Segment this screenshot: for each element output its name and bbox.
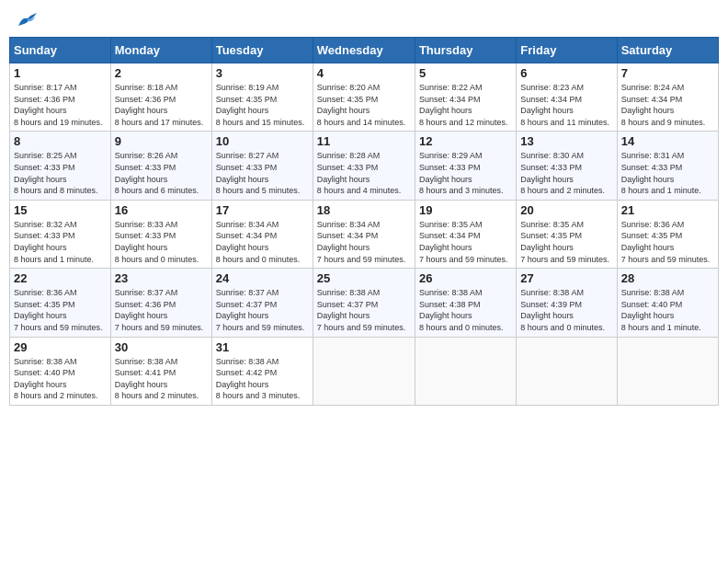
weekday-header-row: SundayMondayTuesdayWednesdayThursdayFrid… bbox=[10, 38, 719, 63]
day-number: 27 bbox=[520, 271, 612, 285]
day-info: Sunrise: 8:37 AM Sunset: 4:37 PM Dayligh… bbox=[216, 287, 309, 333]
calendar-day-cell: 26 Sunrise: 8:38 AM Sunset: 4:38 PM Dayl… bbox=[415, 269, 516, 337]
day-number: 23 bbox=[115, 271, 208, 285]
day-info: Sunrise: 8:31 AM Sunset: 4:33 PM Dayligh… bbox=[621, 150, 714, 196]
day-info: Sunrise: 8:18 AM Sunset: 4:36 PM Dayligh… bbox=[115, 82, 208, 128]
day-info: Sunrise: 8:28 AM Sunset: 4:33 PM Dayligh… bbox=[317, 150, 411, 196]
day-info: Sunrise: 8:35 AM Sunset: 4:34 PM Dayligh… bbox=[419, 219, 512, 265]
day-number: 18 bbox=[317, 203, 411, 217]
calendar-day-cell: 19 Sunrise: 8:35 AM Sunset: 4:34 PM Dayl… bbox=[415, 200, 516, 268]
day-info: Sunrise: 8:37 AM Sunset: 4:36 PM Dayligh… bbox=[115, 287, 208, 333]
day-number: 31 bbox=[216, 340, 309, 354]
calendar-day-cell: 11 Sunrise: 8:28 AM Sunset: 4:33 PM Dayl… bbox=[313, 132, 415, 200]
day-number: 29 bbox=[14, 340, 107, 354]
calendar-day-cell bbox=[617, 337, 718, 405]
calendar-day-cell: 22 Sunrise: 8:36 AM Sunset: 4:35 PM Dayl… bbox=[10, 269, 111, 337]
day-number: 7 bbox=[621, 66, 714, 80]
day-info: Sunrise: 8:26 AM Sunset: 4:33 PM Dayligh… bbox=[115, 150, 208, 196]
calendar-day-cell: 1 Sunrise: 8:17 AM Sunset: 4:36 PM Dayli… bbox=[10, 63, 111, 132]
day-number: 1 bbox=[14, 66, 107, 80]
calendar-day-cell: 4 Sunrise: 8:20 AM Sunset: 4:35 PM Dayli… bbox=[313, 63, 415, 132]
calendar-day-cell: 10 Sunrise: 8:27 AM Sunset: 4:33 PM Dayl… bbox=[211, 132, 313, 200]
day-info: Sunrise: 8:23 AM Sunset: 4:34 PM Dayligh… bbox=[520, 82, 612, 128]
calendar-day-cell bbox=[517, 337, 617, 405]
day-number: 13 bbox=[520, 134, 612, 148]
calendar-table: SundayMondayTuesdayWednesdayThursdayFrid… bbox=[9, 37, 719, 406]
day-info: Sunrise: 8:30 AM Sunset: 4:33 PM Dayligh… bbox=[520, 150, 612, 196]
day-number: 22 bbox=[14, 271, 107, 285]
calendar-day-cell: 6 Sunrise: 8:23 AM Sunset: 4:34 PM Dayli… bbox=[517, 63, 617, 132]
calendar-day-cell: 30 Sunrise: 8:38 AM Sunset: 4:41 PM Dayl… bbox=[110, 337, 211, 405]
day-number: 15 bbox=[14, 203, 107, 217]
calendar-day-cell: 25 Sunrise: 8:38 AM Sunset: 4:37 PM Dayl… bbox=[313, 269, 415, 337]
day-info: Sunrise: 8:25 AM Sunset: 4:33 PM Dayligh… bbox=[14, 150, 107, 196]
day-number: 8 bbox=[14, 134, 107, 148]
day-info: Sunrise: 8:33 AM Sunset: 4:33 PM Dayligh… bbox=[115, 219, 208, 265]
calendar-day-cell: 12 Sunrise: 8:29 AM Sunset: 4:33 PM Dayl… bbox=[415, 132, 516, 200]
day-info: Sunrise: 8:29 AM Sunset: 4:33 PM Dayligh… bbox=[419, 150, 512, 196]
day-info: Sunrise: 8:22 AM Sunset: 4:34 PM Dayligh… bbox=[419, 82, 512, 128]
weekday-header: Monday bbox=[110, 38, 211, 63]
logo bbox=[13, 9, 40, 29]
day-info: Sunrise: 8:34 AM Sunset: 4:34 PM Dayligh… bbox=[216, 219, 309, 265]
calendar-day-cell: 13 Sunrise: 8:30 AM Sunset: 4:33 PM Dayl… bbox=[517, 132, 617, 200]
day-number: 2 bbox=[115, 66, 208, 80]
day-number: 4 bbox=[317, 66, 411, 80]
day-number: 6 bbox=[520, 66, 612, 80]
day-number: 19 bbox=[419, 203, 512, 217]
calendar-week-row: 15 Sunrise: 8:32 AM Sunset: 4:33 PM Dayl… bbox=[10, 200, 719, 268]
calendar-week-row: 22 Sunrise: 8:36 AM Sunset: 4:35 PM Dayl… bbox=[10, 269, 719, 337]
calendar-day-cell: 27 Sunrise: 8:38 AM Sunset: 4:39 PM Dayl… bbox=[517, 269, 617, 337]
calendar-day-cell: 8 Sunrise: 8:25 AM Sunset: 4:33 PM Dayli… bbox=[10, 132, 111, 200]
calendar-week-row: 29 Sunrise: 8:38 AM Sunset: 4:40 PM Dayl… bbox=[10, 337, 719, 405]
day-info: Sunrise: 8:38 AM Sunset: 4:42 PM Dayligh… bbox=[216, 356, 309, 402]
day-number: 21 bbox=[621, 203, 714, 217]
day-info: Sunrise: 8:24 AM Sunset: 4:34 PM Dayligh… bbox=[621, 82, 714, 128]
calendar-day-cell: 28 Sunrise: 8:38 AM Sunset: 4:40 PM Dayl… bbox=[617, 269, 718, 337]
day-number: 5 bbox=[419, 66, 512, 80]
day-info: Sunrise: 8:38 AM Sunset: 4:38 PM Dayligh… bbox=[419, 287, 512, 333]
logo-bird-icon bbox=[15, 9, 40, 29]
calendar-day-cell: 3 Sunrise: 8:19 AM Sunset: 4:35 PM Dayli… bbox=[211, 63, 313, 132]
calendar-day-cell: 16 Sunrise: 8:33 AM Sunset: 4:33 PM Dayl… bbox=[110, 200, 211, 268]
calendar-day-cell: 14 Sunrise: 8:31 AM Sunset: 4:33 PM Dayl… bbox=[617, 132, 718, 200]
day-info: Sunrise: 8:19 AM Sunset: 4:35 PM Dayligh… bbox=[216, 82, 309, 128]
day-info: Sunrise: 8:32 AM Sunset: 4:33 PM Dayligh… bbox=[14, 219, 107, 265]
weekday-header: Saturday bbox=[617, 38, 718, 63]
day-info: Sunrise: 8:27 AM Sunset: 4:33 PM Dayligh… bbox=[216, 150, 309, 196]
day-info: Sunrise: 8:38 AM Sunset: 4:40 PM Dayligh… bbox=[621, 287, 714, 333]
calendar-day-cell bbox=[313, 337, 415, 405]
day-number: 16 bbox=[115, 203, 208, 217]
calendar-day-cell bbox=[415, 337, 516, 405]
calendar-day-cell: 17 Sunrise: 8:34 AM Sunset: 4:34 PM Dayl… bbox=[211, 200, 313, 268]
weekday-header: Tuesday bbox=[211, 38, 313, 63]
weekday-header: Friday bbox=[517, 38, 617, 63]
page-header bbox=[9, 9, 719, 29]
calendar-day-cell: 5 Sunrise: 8:22 AM Sunset: 4:34 PM Dayli… bbox=[415, 63, 516, 132]
day-number: 17 bbox=[216, 203, 309, 217]
calendar-day-cell: 20 Sunrise: 8:35 AM Sunset: 4:35 PM Dayl… bbox=[517, 200, 617, 268]
calendar-day-cell: 31 Sunrise: 8:38 AM Sunset: 4:42 PM Dayl… bbox=[211, 337, 313, 405]
day-number: 9 bbox=[115, 134, 208, 148]
calendar-day-cell: 7 Sunrise: 8:24 AM Sunset: 4:34 PM Dayli… bbox=[617, 63, 718, 132]
calendar-day-cell: 23 Sunrise: 8:37 AM Sunset: 4:36 PM Dayl… bbox=[110, 269, 211, 337]
day-number: 26 bbox=[419, 271, 512, 285]
calendar-day-cell: 15 Sunrise: 8:32 AM Sunset: 4:33 PM Dayl… bbox=[10, 200, 111, 268]
calendar-day-cell: 24 Sunrise: 8:37 AM Sunset: 4:37 PM Dayl… bbox=[211, 269, 313, 337]
day-number: 14 bbox=[621, 134, 714, 148]
day-number: 24 bbox=[216, 271, 309, 285]
day-number: 20 bbox=[520, 203, 612, 217]
day-number: 10 bbox=[216, 134, 309, 148]
calendar-week-row: 1 Sunrise: 8:17 AM Sunset: 4:36 PM Dayli… bbox=[10, 63, 719, 132]
day-info: Sunrise: 8:36 AM Sunset: 4:35 PM Dayligh… bbox=[621, 219, 714, 265]
day-number: 25 bbox=[317, 271, 411, 285]
calendar-day-cell: 2 Sunrise: 8:18 AM Sunset: 4:36 PM Dayli… bbox=[110, 63, 211, 132]
day-info: Sunrise: 8:20 AM Sunset: 4:35 PM Dayligh… bbox=[317, 82, 411, 128]
weekday-header: Thursday bbox=[415, 38, 516, 63]
calendar-week-row: 8 Sunrise: 8:25 AM Sunset: 4:33 PM Dayli… bbox=[10, 132, 719, 200]
day-info: Sunrise: 8:38 AM Sunset: 4:41 PM Dayligh… bbox=[115, 356, 208, 402]
day-info: Sunrise: 8:35 AM Sunset: 4:35 PM Dayligh… bbox=[520, 219, 612, 265]
day-info: Sunrise: 8:36 AM Sunset: 4:35 PM Dayligh… bbox=[14, 287, 107, 333]
day-info: Sunrise: 8:38 AM Sunset: 4:39 PM Dayligh… bbox=[520, 287, 612, 333]
day-number: 30 bbox=[115, 340, 208, 354]
